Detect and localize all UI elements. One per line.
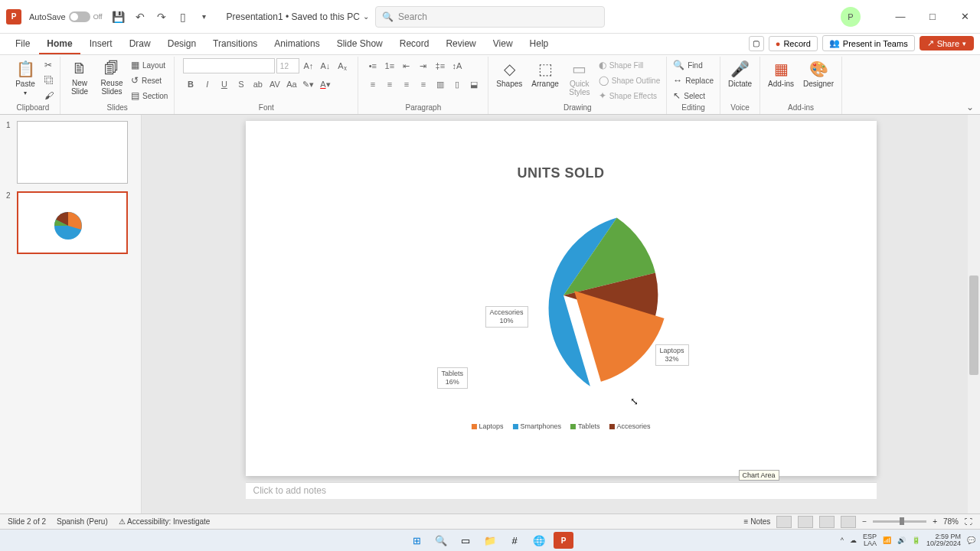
tab-design[interactable]: Design bbox=[160, 34, 204, 54]
explorer-icon[interactable]: 📁 bbox=[480, 532, 500, 549]
thumbnail-2[interactable]: 2 bbox=[6, 191, 135, 254]
tab-animations[interactable]: Animations bbox=[266, 34, 327, 54]
legend-accesories[interactable]: Accesories bbox=[609, 422, 651, 430]
designer-button[interactable]: 🎨Designer bbox=[800, 58, 837, 90]
notes-toggle[interactable]: ≡ Notes bbox=[744, 517, 771, 526]
indent-button[interactable]: ⇥ bbox=[416, 58, 431, 73]
document-title[interactable]: Presentation1 • Saved to this PC ⌄ bbox=[227, 11, 369, 22]
powerpoint-taskbar-icon[interactable]: P bbox=[554, 532, 573, 549]
bullets-button[interactable]: •≡ bbox=[365, 58, 381, 73]
chrome-icon[interactable]: 🌐 bbox=[529, 532, 549, 549]
close-button[interactable]: ✕ bbox=[949, 6, 980, 28]
tab-view[interactable]: View bbox=[485, 34, 521, 54]
line-spacing-button[interactable]: ‡≡ bbox=[433, 58, 448, 73]
label-tablets[interactable]: Tablets16% bbox=[437, 367, 469, 389]
taskbar-search-icon[interactable]: 🔍 bbox=[431, 532, 451, 549]
thumb-preview[interactable] bbox=[17, 121, 128, 184]
autosave-toggle[interactable]: AutoSave Off bbox=[29, 11, 103, 22]
reading-view-button[interactable] bbox=[819, 516, 835, 528]
tab-review[interactable]: Review bbox=[438, 34, 483, 54]
align-text-button[interactable]: ▯ bbox=[449, 77, 465, 92]
font-family-combo[interactable] bbox=[183, 58, 275, 73]
smartart-button[interactable]: ⬓ bbox=[466, 77, 482, 92]
tab-slideshow[interactable]: Slide Show bbox=[329, 34, 390, 54]
undo-icon[interactable]: ↶ bbox=[132, 8, 149, 25]
toggle-switch-icon[interactable] bbox=[69, 11, 90, 22]
chart-title[interactable]: UNITS SOLD bbox=[517, 165, 604, 181]
arrange-button[interactable]: ⬚Arrange bbox=[528, 58, 562, 90]
vertical-scrollbar[interactable] bbox=[968, 115, 980, 514]
font-size-combo[interactable]: 12 bbox=[276, 58, 299, 73]
strike-button[interactable]: S bbox=[234, 77, 249, 92]
volume-icon[interactable]: 🔊 bbox=[897, 536, 906, 544]
addins-button[interactable]: ▦Add-ins bbox=[765, 58, 797, 90]
notes-pane[interactable]: Click to add notes bbox=[246, 482, 877, 499]
share-button[interactable]: ↗Share▾ bbox=[920, 36, 974, 51]
clock[interactable]: 2:59 PM10/29/2024 bbox=[926, 533, 961, 547]
qat-more-icon[interactable]: ▾ bbox=[196, 8, 213, 25]
onedrive-icon[interactable]: ☁ bbox=[850, 536, 857, 544]
find-button[interactable]: 🔍Find bbox=[671, 58, 715, 72]
search-input[interactable]: 🔍 Search bbox=[375, 6, 605, 28]
chevron-down-icon[interactable]: ⌄ bbox=[363, 12, 369, 21]
reset-button[interactable]: ↺Reset bbox=[129, 73, 169, 87]
increase-font-icon[interactable]: A↑ bbox=[301, 58, 316, 73]
replace-button[interactable]: ↔Replace bbox=[671, 73, 715, 87]
present-icon[interactable]: ▯ bbox=[175, 8, 191, 25]
italic-button[interactable]: I bbox=[200, 77, 215, 92]
save-icon[interactable]: 💾 bbox=[110, 8, 127, 25]
wifi-icon[interactable]: 📶 bbox=[883, 536, 891, 544]
reuse-slides-button[interactable]: 🗐ReuseSlides bbox=[97, 58, 126, 97]
tab-record[interactable]: Record bbox=[392, 34, 437, 54]
legend-tablets[interactable]: Tablets bbox=[570, 422, 600, 430]
battery-icon[interactable]: 🔋 bbox=[912, 536, 920, 544]
numbering-button[interactable]: 1≡ bbox=[382, 58, 397, 73]
slide[interactable]: UNITS SOLD Tablets16% Accesories10% bbox=[246, 121, 877, 476]
quick-styles-button[interactable]: ▭QuickStyles bbox=[565, 58, 594, 98]
columns-button[interactable]: ▥ bbox=[433, 77, 448, 92]
zoom-level[interactable]: 78% bbox=[943, 517, 959, 526]
font-color-button[interactable]: A▾ bbox=[318, 77, 333, 92]
scroll-thumb[interactable] bbox=[969, 276, 978, 375]
shadow-button[interactable]: ab bbox=[250, 77, 266, 92]
label-laptops[interactable]: Laptops32% bbox=[655, 344, 689, 366]
legend-laptops[interactable]: Laptops bbox=[471, 422, 503, 430]
cut-button[interactable]: ✂ bbox=[43, 58, 55, 72]
justify-button[interactable]: ≡ bbox=[416, 77, 431, 92]
shape-outline-button[interactable]: ◯Shape Outline bbox=[597, 73, 662, 87]
normal-view-button[interactable] bbox=[776, 516, 792, 528]
notifications-icon[interactable]: 💬 bbox=[967, 536, 975, 544]
paste-button[interactable]: 📋Paste▾ bbox=[11, 58, 40, 98]
decrease-font-icon[interactable]: A↓ bbox=[318, 58, 333, 73]
highlight-button[interactable]: ✎▾ bbox=[301, 77, 316, 92]
chart-legend[interactable]: Laptops Smartphones Tablets Accesories bbox=[471, 422, 650, 430]
slideshow-view-button[interactable] bbox=[841, 516, 856, 528]
slide-counter[interactable]: Slide 2 of 2 bbox=[8, 517, 46, 526]
tray-chevron-icon[interactable]: ^ bbox=[841, 536, 844, 544]
pie-chart[interactable] bbox=[460, 192, 667, 399]
present-teams-button[interactable]: 👥Present in Teams bbox=[822, 35, 915, 51]
layout-button[interactable]: ▦Layout bbox=[129, 58, 169, 72]
record-button[interactable]: ●Record bbox=[769, 36, 818, 51]
case-button[interactable]: Aa bbox=[284, 77, 299, 92]
select-button[interactable]: ↖Select bbox=[671, 89, 715, 103]
accessibility-status[interactable]: ⚠ Accessibility: Investigate bbox=[119, 517, 211, 526]
task-view-icon[interactable]: ▭ bbox=[456, 532, 475, 549]
clear-format-icon[interactable]: Aᵪ bbox=[335, 58, 350, 73]
shapes-button[interactable]: ◇Shapes bbox=[493, 58, 525, 90]
language-tray[interactable]: ESPLAA bbox=[863, 533, 877, 547]
align-center-button[interactable]: ≡ bbox=[382, 77, 397, 92]
zoom-out-icon[interactable]: − bbox=[862, 517, 867, 526]
tab-insert[interactable]: Insert bbox=[82, 34, 120, 54]
align-right-button[interactable]: ≡ bbox=[399, 77, 414, 92]
format-painter-button[interactable]: 🖌 bbox=[43, 89, 55, 103]
collapse-ribbon-icon[interactable]: ⌄ bbox=[966, 102, 974, 112]
tab-draw[interactable]: Draw bbox=[122, 34, 158, 54]
shape-fill-button[interactable]: ◐Shape Fill bbox=[597, 58, 662, 72]
outdent-button[interactable]: ⇤ bbox=[399, 58, 414, 73]
label-accesories[interactable]: Accesories10% bbox=[485, 306, 528, 328]
tab-transitions[interactable]: Transitions bbox=[205, 34, 265, 54]
tab-help[interactable]: Help bbox=[522, 34, 557, 54]
spacing-button[interactable]: AV bbox=[267, 77, 283, 92]
sorter-view-button[interactable] bbox=[798, 516, 813, 528]
